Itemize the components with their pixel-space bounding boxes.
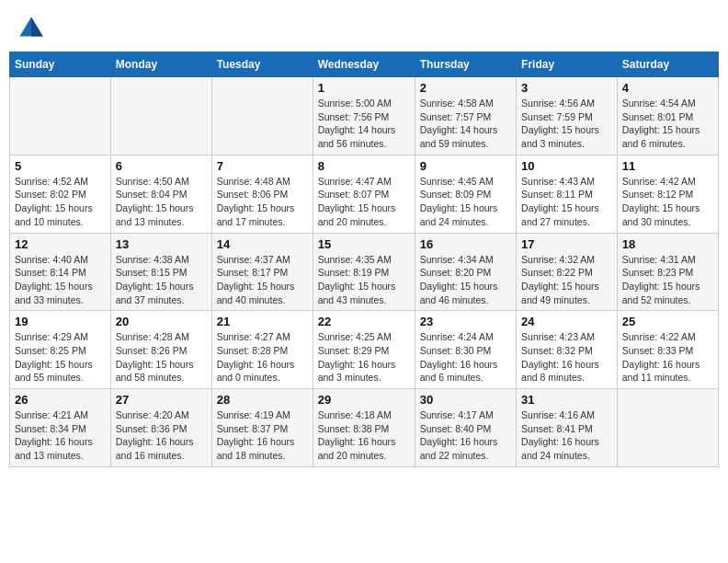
- page-header: [9, 9, 719, 44]
- day-info: Sunrise: 4:50 AM Sunset: 8:04 PM Dayligh…: [116, 175, 207, 229]
- weekday-header: Monday: [110, 52, 211, 77]
- day-number: 13: [116, 237, 207, 251]
- day-number: 20: [116, 315, 207, 328]
- day-number: 4: [622, 81, 713, 95]
- calendar-cell: 23Sunrise: 4:24 AM Sunset: 8:30 PM Dayli…: [415, 311, 516, 389]
- day-info: Sunrise: 4:24 AM Sunset: 8:30 PM Dayligh…: [420, 330, 511, 385]
- day-number: 3: [521, 81, 612, 95]
- day-info: Sunrise: 4:16 AM Sunset: 8:41 PM Dayligh…: [521, 408, 612, 463]
- calendar-cell: [617, 389, 718, 467]
- day-info: Sunrise: 4:21 AM Sunset: 8:34 PM Dayligh…: [15, 408, 106, 463]
- day-info: Sunrise: 4:25 AM Sunset: 8:29 PM Dayligh…: [318, 330, 410, 385]
- day-info: Sunrise: 4:29 AM Sunset: 8:25 PM Dayligh…: [15, 330, 106, 385]
- calendar-cell: 28Sunrise: 4:19 AM Sunset: 8:37 PM Dayli…: [211, 389, 313, 467]
- calendar-cell: 22Sunrise: 4:25 AM Sunset: 8:29 PM Dayli…: [313, 311, 415, 389]
- day-number: 16: [420, 237, 511, 251]
- day-info: Sunrise: 4:48 AM Sunset: 8:06 PM Dayligh…: [217, 175, 308, 229]
- day-number: 10: [521, 159, 612, 173]
- calendar-cell: 6Sunrise: 4:50 AM Sunset: 8:04 PM Daylig…: [110, 155, 211, 233]
- weekday-header: Wednesday: [313, 52, 415, 77]
- day-number: 31: [521, 393, 612, 407]
- weekday-header: Tuesday: [211, 52, 313, 77]
- day-number: 11: [622, 159, 713, 173]
- calendar-cell: 27Sunrise: 4:20 AM Sunset: 8:36 PM Dayli…: [110, 389, 211, 467]
- day-info: Sunrise: 4:40 AM Sunset: 8:14 PM Dayligh…: [15, 253, 106, 307]
- day-info: Sunrise: 4:38 AM Sunset: 8:15 PM Dayligh…: [116, 253, 207, 307]
- calendar-cell: [211, 77, 313, 155]
- calendar-cell: 9Sunrise: 4:45 AM Sunset: 8:09 PM Daylig…: [415, 155, 516, 233]
- calendar-cell: 26Sunrise: 4:21 AM Sunset: 8:34 PM Dayli…: [10, 389, 111, 467]
- day-number: 2: [420, 81, 511, 95]
- calendar-cell: 5Sunrise: 4:52 AM Sunset: 8:02 PM Daylig…: [10, 155, 111, 233]
- day-info: Sunrise: 4:32 AM Sunset: 8:22 PM Dayligh…: [521, 253, 612, 307]
- calendar-week-row: 19Sunrise: 4:29 AM Sunset: 8:25 PM Dayli…: [10, 311, 719, 389]
- calendar-cell: 7Sunrise: 4:48 AM Sunset: 8:06 PM Daylig…: [211, 155, 313, 233]
- day-number: 5: [15, 159, 106, 173]
- day-info: Sunrise: 4:42 AM Sunset: 8:12 PM Dayligh…: [622, 175, 713, 229]
- calendar-cell: 18Sunrise: 4:31 AM Sunset: 8:23 PM Dayli…: [617, 233, 718, 311]
- day-info: Sunrise: 4:52 AM Sunset: 8:02 PM Dayligh…: [15, 175, 106, 229]
- day-number: 1: [318, 81, 410, 95]
- day-number: 15: [318, 237, 410, 251]
- day-info: Sunrise: 4:20 AM Sunset: 8:36 PM Dayligh…: [116, 408, 207, 463]
- day-info: Sunrise: 4:22 AM Sunset: 8:33 PM Dayligh…: [622, 330, 713, 385]
- calendar-cell: 16Sunrise: 4:34 AM Sunset: 8:20 PM Dayli…: [415, 233, 516, 311]
- calendar-cell: 10Sunrise: 4:43 AM Sunset: 8:11 PM Dayli…: [517, 155, 618, 233]
- day-number: 22: [318, 315, 410, 328]
- day-info: Sunrise: 4:17 AM Sunset: 8:40 PM Dayligh…: [420, 408, 511, 463]
- day-info: Sunrise: 4:43 AM Sunset: 8:11 PM Dayligh…: [521, 175, 612, 229]
- weekday-header: Thursday: [415, 52, 516, 77]
- day-number: 23: [420, 315, 511, 328]
- calendar-cell: 15Sunrise: 4:35 AM Sunset: 8:19 PM Dayli…: [313, 233, 415, 311]
- calendar-cell: 12Sunrise: 4:40 AM Sunset: 8:14 PM Dayli…: [10, 233, 111, 311]
- day-number: 7: [217, 159, 308, 173]
- calendar-cell: 19Sunrise: 4:29 AM Sunset: 8:25 PM Dayli…: [10, 311, 111, 389]
- calendar-cell: 8Sunrise: 4:47 AM Sunset: 8:07 PM Daylig…: [313, 155, 415, 233]
- calendar-cell: 13Sunrise: 4:38 AM Sunset: 8:15 PM Dayli…: [110, 233, 211, 311]
- day-number: 27: [116, 393, 207, 407]
- day-info: Sunrise: 4:28 AM Sunset: 8:26 PM Dayligh…: [116, 330, 207, 385]
- day-info: Sunrise: 4:47 AM Sunset: 8:07 PM Dayligh…: [318, 175, 410, 229]
- logo: [18, 14, 48, 40]
- day-number: 28: [217, 393, 308, 407]
- day-number: 18: [622, 237, 713, 251]
- calendar-cell: 2Sunrise: 4:58 AM Sunset: 7:57 PM Daylig…: [415, 77, 516, 155]
- day-info: Sunrise: 4:54 AM Sunset: 8:01 PM Dayligh…: [622, 97, 713, 151]
- weekday-header: Sunday: [10, 52, 111, 77]
- calendar-week-row: 1Sunrise: 5:00 AM Sunset: 7:56 PM Daylig…: [10, 77, 719, 155]
- calendar-cell: 11Sunrise: 4:42 AM Sunset: 8:12 PM Dayli…: [617, 155, 718, 233]
- calendar-cell: 20Sunrise: 4:28 AM Sunset: 8:26 PM Dayli…: [110, 311, 211, 389]
- day-info: Sunrise: 4:37 AM Sunset: 8:17 PM Dayligh…: [217, 253, 308, 307]
- day-number: 14: [217, 237, 308, 251]
- day-info: Sunrise: 4:35 AM Sunset: 8:19 PM Dayligh…: [318, 253, 410, 307]
- calendar-cell: 17Sunrise: 4:32 AM Sunset: 8:22 PM Dayli…: [517, 233, 618, 311]
- logo-icon: [18, 14, 44, 40]
- day-number: 21: [217, 315, 308, 328]
- day-number: 29: [318, 393, 410, 407]
- day-number: 17: [521, 237, 612, 251]
- calendar-cell: 31Sunrise: 4:16 AM Sunset: 8:41 PM Dayli…: [517, 389, 618, 467]
- day-info: Sunrise: 4:56 AM Sunset: 7:59 PM Dayligh…: [521, 97, 612, 151]
- svg-marker-1: [31, 17, 43, 37]
- calendar-cell: 4Sunrise: 4:54 AM Sunset: 8:01 PM Daylig…: [617, 77, 718, 155]
- calendar-week-row: 12Sunrise: 4:40 AM Sunset: 8:14 PM Dayli…: [10, 233, 719, 311]
- day-number: 8: [318, 159, 410, 173]
- calendar-week-row: 5Sunrise: 4:52 AM Sunset: 8:02 PM Daylig…: [10, 155, 719, 233]
- day-info: Sunrise: 4:19 AM Sunset: 8:37 PM Dayligh…: [217, 408, 308, 463]
- day-number: 6: [116, 159, 207, 173]
- day-number: 12: [15, 237, 106, 251]
- calendar-table: SundayMondayTuesdayWednesdayThursdayFrid…: [9, 52, 719, 467]
- day-number: 19: [15, 315, 106, 328]
- calendar-cell: [110, 77, 211, 155]
- calendar-cell: 21Sunrise: 4:27 AM Sunset: 8:28 PM Dayli…: [211, 311, 313, 389]
- calendar-header-row: SundayMondayTuesdayWednesdayThursdayFrid…: [10, 52, 719, 77]
- calendar-cell: 24Sunrise: 4:23 AM Sunset: 8:32 PM Dayli…: [517, 311, 618, 389]
- day-info: Sunrise: 4:18 AM Sunset: 8:38 PM Dayligh…: [318, 408, 410, 463]
- calendar-cell: [10, 77, 111, 155]
- calendar-cell: 14Sunrise: 4:37 AM Sunset: 8:17 PM Dayli…: [211, 233, 313, 311]
- calendar-cell: 1Sunrise: 5:00 AM Sunset: 7:56 PM Daylig…: [313, 77, 415, 155]
- day-info: Sunrise: 4:31 AM Sunset: 8:23 PM Dayligh…: [622, 253, 713, 307]
- calendar-cell: 29Sunrise: 4:18 AM Sunset: 8:38 PM Dayli…: [313, 389, 415, 467]
- weekday-header: Friday: [517, 52, 618, 77]
- calendar-week-row: 26Sunrise: 4:21 AM Sunset: 8:34 PM Dayli…: [10, 389, 719, 467]
